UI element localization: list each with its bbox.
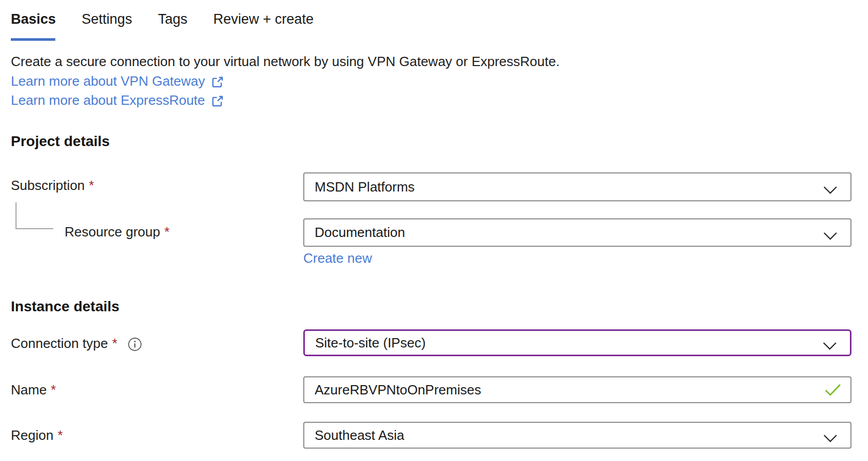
active-tab-underline — [11, 38, 55, 41]
learn-more-vpn-gateway-link[interactable]: Learn more about VPN Gateway — [11, 73, 224, 89]
name-input[interactable] — [303, 376, 851, 403]
resource-group-dropdown[interactable]: Documentation — [303, 218, 851, 247]
learn-more-vpn-gateway-label: Learn more about VPN Gateway — [11, 73, 205, 89]
learn-more-expressroute-label: Learn more about ExpressRoute — [11, 92, 205, 108]
instance-details-heading: Instance details — [11, 298, 119, 315]
required-asterisk: * — [164, 224, 169, 240]
resource-group-label-text: Resource group — [65, 224, 160, 240]
tab-strip: Basics Settings Tags Review + create — [11, 11, 314, 27]
tab-review-create[interactable]: Review + create — [213, 11, 314, 27]
region-dropdown[interactable]: Southeast Asia — [303, 422, 851, 449]
create-connection-basics-page: Basics Settings Tags Review + create Cre… — [0, 0, 868, 461]
chevron-down-icon — [823, 228, 838, 237]
chevron-down-icon — [823, 431, 838, 440]
tab-tags[interactable]: Tags — [158, 11, 188, 27]
subscription-resource-connector-horizontal — [16, 228, 53, 229]
chevron-down-icon — [823, 182, 838, 192]
resource-group-label: Resource group * — [65, 224, 169, 240]
page-description: Create a secure connection to your virtu… — [11, 54, 560, 70]
chevron-down-icon — [822, 338, 838, 347]
required-asterisk: * — [112, 336, 117, 352]
required-asterisk: * — [57, 427, 63, 443]
project-details-heading: Project details — [11, 133, 110, 150]
name-label-text: Name — [11, 382, 47, 398]
create-new-resource-group-link[interactable]: Create new — [303, 250, 372, 266]
tab-basics[interactable]: Basics — [11, 11, 56, 27]
subscription-value: MSDN Platforms — [315, 179, 823, 195]
region-label-text: Region — [11, 427, 53, 443]
learn-more-expressroute-link[interactable]: Learn more about ExpressRoute — [11, 92, 224, 108]
resource-group-value: Documentation — [315, 225, 823, 241]
subscription-dropdown[interactable]: MSDN Platforms — [303, 172, 851, 201]
subscription-label: Subscription * — [11, 178, 94, 194]
connection-type-value: Site-to-site (IPsec) — [315, 335, 822, 351]
required-asterisk: * — [51, 382, 56, 398]
connection-type-label-text: Connection type — [11, 336, 108, 352]
subscription-label-text: Subscription — [11, 178, 85, 194]
external-link-icon — [211, 75, 224, 89]
region-label: Region * — [11, 427, 63, 443]
external-link-icon — [211, 94, 224, 108]
info-icon[interactable] — [128, 337, 142, 352]
tab-settings[interactable]: Settings — [82, 11, 132, 27]
region-value: Southeast Asia — [315, 427, 823, 443]
name-label: Name * — [11, 382, 56, 398]
connection-type-label: Connection type * — [11, 336, 142, 352]
connection-type-dropdown[interactable]: Site-to-site (IPsec) — [303, 329, 851, 356]
subscription-resource-connector-vertical — [16, 202, 17, 229]
valid-check-icon — [824, 383, 842, 396]
required-asterisk: * — [89, 178, 94, 194]
